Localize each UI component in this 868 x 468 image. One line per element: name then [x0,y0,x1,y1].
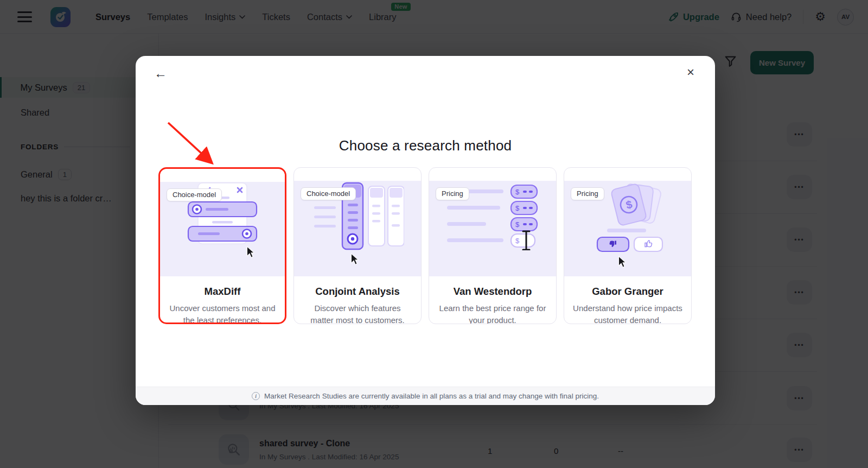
van-westendorp-illustration: Pricing $ $ [429,181,556,276]
method-card-conjoint-analysis[interactable]: Choice-model [293,167,422,324]
gabor-granger-illustration: Pricing $ [564,181,691,276]
back-button[interactable]: ← [154,67,167,80]
svg-text:$: $ [515,204,520,212]
cursor-icon [617,256,627,269]
svg-text:$: $ [515,237,520,245]
svg-text:$: $ [515,220,520,229]
method-title: Gabor Granger [564,286,691,298]
method-tag: Choice-model [167,188,222,201]
method-cards: Choice-model [158,167,692,324]
method-card-maxdiff[interactable]: Choice-model [158,167,286,324]
method-description: Discover which features matter most to c… [303,302,412,324]
cursor-icon [350,253,360,266]
research-method-modal: ← × Choose a research method Choice-mode… [136,56,715,405]
svg-text:$: $ [515,188,520,196]
method-description: Learn the best price range for your prod… [438,302,547,324]
method-description: Understand how price impacts customer de… [573,302,682,324]
info-icon: i [252,392,260,400]
cursor-icon [246,246,256,259]
method-tag: Pricing [571,187,604,200]
method-tag: Pricing [436,187,469,200]
modal-title: Choose a research method [136,137,715,154]
close-icon[interactable]: × [687,66,694,79]
method-card-van-westendorp[interactable]: Pricing $ $ [429,167,557,324]
method-tag: Choice-model [301,187,356,200]
app-window: Surveys Templates Insights Tickets Conta… [0,0,868,468]
maxdiff-illustration: Choice-model [160,182,285,276]
method-title: MaxDiff [160,286,285,298]
method-card-gabor-granger[interactable]: Pricing $ [564,167,692,324]
modal-footer: i Market Research Studies are currently … [136,387,715,405]
footer-note: Market Research Studies are currently av… [264,392,599,400]
method-description: Uncover customers most and the least pre… [169,302,276,324]
conjoint-illustration: Choice-model [294,181,421,276]
method-title: Van Westendorp [429,286,556,298]
method-title: Conjoint Analysis [294,286,421,298]
